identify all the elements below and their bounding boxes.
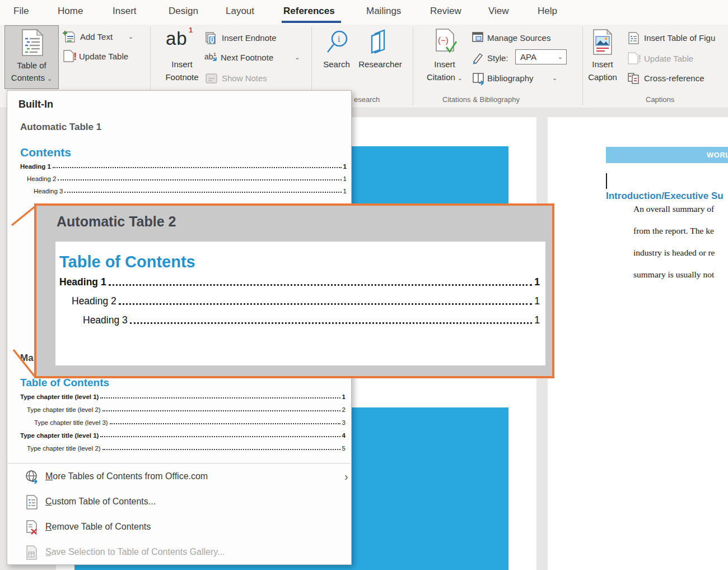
- insert-caption-button[interactable]: Insert Caption: [587, 25, 618, 89]
- toc-entry-label: Type chapter title (level 2): [27, 445, 101, 452]
- document-page-2: [548, 117, 728, 570]
- insert-citation-button[interactable]: (−) Insert Citation⌄: [428, 25, 461, 89]
- tab-design[interactable]: Design: [169, 6, 198, 17]
- insert-endnote-icon: [i]: [205, 31, 220, 45]
- cross-reference-icon: [627, 72, 642, 85]
- tab-references[interactable]: References: [283, 6, 335, 17]
- toc-entry-page: 3: [342, 419, 346, 426]
- insert-footnote-button[interactable]: ab 1 Insert Footnote: [158, 25, 206, 89]
- toc-entry-page: 1: [343, 175, 347, 182]
- toc-button-label-1: Table of: [5, 61, 58, 70]
- toc-document-icon: [21, 29, 44, 56]
- tab-view[interactable]: View: [488, 6, 509, 17]
- manual-preview-title: Table of Contents: [20, 377, 109, 389]
- toc-entry-page: 1: [534, 314, 540, 326]
- tab-layout[interactable]: Layout: [226, 6, 254, 17]
- insert-caption-label-1: Insert: [587, 59, 618, 69]
- style-value: APA: [520, 52, 536, 62]
- menu-separator: [8, 463, 351, 464]
- researcher-icon: [367, 29, 393, 57]
- chevron-down-icon: ⌄: [295, 54, 300, 61]
- insert-footnote-label-1: Insert: [158, 59, 206, 69]
- update-table-gray-icon: !: [627, 52, 642, 65]
- tab-insert[interactable]: Insert: [113, 6, 137, 17]
- chevron-down-icon: ⌄: [558, 50, 563, 64]
- update-table-captions-label: Update Table: [644, 54, 693, 63]
- insert-caption-icon: [591, 29, 614, 56]
- menu-label: ave Selection to Table of Contents Galle…: [52, 547, 225, 557]
- dotted-leader: [64, 192, 341, 193]
- add-text-icon: [63, 30, 76, 44]
- ribbon-tab-bar: File Home Insert Design Layout Reference…: [0, 0, 728, 25]
- svg-text:[i]: [i]: [209, 35, 215, 43]
- dotted-leader: [102, 410, 340, 411]
- update-table-icon: !: [63, 49, 77, 63]
- tab-review[interactable]: Review: [430, 6, 461, 17]
- toc-entry-page: 1: [343, 188, 347, 194]
- page2-body-line: summary is usually not: [633, 270, 714, 280]
- callout-preview-title: Table of Contents: [59, 253, 195, 271]
- ab-footnote-icon: ab: [166, 28, 188, 49]
- tab-file[interactable]: File: [13, 6, 29, 17]
- toc-entry-page: 1: [343, 163, 347, 170]
- dotted-leader: [58, 179, 341, 180]
- svg-text:(−): (−): [438, 35, 449, 45]
- researcher-label: Researcher: [355, 59, 405, 69]
- manage-sources-icon: [472, 31, 485, 45]
- tab-mailings[interactable]: Mailings: [366, 6, 401, 17]
- toc-entry-page: 1: [534, 276, 540, 288]
- tab-help[interactable]: Help: [538, 6, 557, 17]
- svg-text:!: !: [638, 53, 641, 64]
- dotted-leader: [100, 397, 340, 398]
- menu-label: R: [45, 522, 52, 531]
- globe-icon: [25, 470, 39, 484]
- table-of-contents-button[interactable]: Table of Contents⌄: [4, 25, 59, 89]
- tab-home[interactable]: Home: [58, 6, 83, 17]
- toc-entry-label: Heading 3: [34, 188, 63, 194]
- add-text-label: Add Text: [80, 32, 113, 41]
- group-divider: [582, 27, 583, 105]
- page2-header-bar: WORL: [606, 147, 728, 163]
- insert-endnote-label: Insert Endnote: [222, 33, 277, 43]
- toc-entry-label: Heading 1: [59, 276, 106, 288]
- manage-sources-label: Manage Sources: [487, 33, 550, 43]
- next-footnote-label: Next Footnote: [221, 53, 273, 62]
- dropdown-section-built-in: Built-In: [18, 99, 53, 110]
- svg-text:ab: ab: [204, 52, 213, 61]
- remove-toc-icon: [25, 520, 39, 535]
- show-notes-icon: [205, 72, 218, 85]
- search-icon: i: [325, 29, 351, 57]
- dotted-leader: [110, 423, 340, 424]
- insert-table-of-figures-label: Insert Table of Figu: [644, 33, 715, 43]
- menu-label: S: [45, 547, 52, 557]
- automatic-table-2-item-magnified[interactable]: Automatic Table 2 Table of Contents Head…: [34, 203, 554, 378]
- word-window: File Home Insert Design Layout Reference…: [0, 0, 728, 570]
- toc-entry-label: Type chapter title (level 1): [20, 393, 99, 400]
- menu-item-save-selection: Save Selection to Table of Contents Gall…: [8, 541, 351, 566]
- chevron-down-icon: ⌄: [552, 75, 557, 82]
- researcher-button[interactable]: Researcher: [355, 25, 405, 89]
- page2-body-line: from the report. The ke: [633, 226, 714, 236]
- dotted-leader: [102, 449, 340, 450]
- menu-item-custom-toc[interactable]: Custom Table of Contents...: [8, 490, 351, 515]
- menu-item-remove-toc[interactable]: Remove Table of Contents: [8, 516, 351, 540]
- page2-heading: Introduction/Executive Su: [606, 191, 724, 202]
- toc-entry-label: Heading 1: [20, 163, 51, 170]
- toc-entry-page: 2: [342, 406, 346, 413]
- toc-entry-page: 1: [534, 295, 540, 307]
- toc-entry-label: Type chapter title (level 2): [27, 406, 101, 413]
- menu-label: C: [45, 497, 52, 506]
- group-label-citations: Citations & Bibliography: [442, 95, 520, 104]
- footnote-superscript: 1: [189, 26, 193, 34]
- svg-text:i: i: [338, 34, 340, 44]
- search-label: Search: [319, 59, 354, 69]
- menu-item-more-tables[interactable]: More Tables of Contents from Office.com …: [8, 465, 351, 490]
- dotted-leader: [130, 322, 532, 324]
- show-notes-label: Show Notes: [222, 73, 267, 83]
- svg-text:1: 1: [213, 52, 216, 57]
- next-footnote-icon: ab 1: [204, 52, 220, 65]
- bibliography-label: Bibliography: [487, 73, 534, 83]
- toc-entry-label: Type chapter title (level 3): [34, 419, 108, 426]
- style-select[interactable]: APA ⌄: [515, 49, 567, 64]
- search-button[interactable]: i Search: [319, 25, 354, 89]
